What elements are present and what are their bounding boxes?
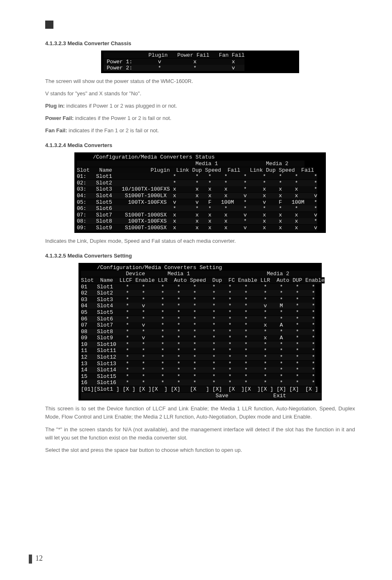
heading-4-1-3-2-4: 4.1.3.2.4 Media Converters: [45, 142, 355, 148]
setting-row: 11 Slot11 * * * * * * * * * * * *: [81, 348, 315, 354]
status-row: 08: Slot8 100TX-100FXS x x x x * x x x *: [77, 218, 317, 224]
label-powerfail: Power Fail:: [45, 115, 74, 121]
para-fanfail: Fan Fail: indicates if the Fan 1 or 2 is…: [45, 127, 355, 135]
status-title: /Configuration/Media Converters Status: [77, 154, 214, 160]
setting-hdr2: Slot Name LLCF Enable LLR Auto Speed Dup…: [81, 277, 325, 283]
para-setting-1: This screen is to set the Device functio…: [45, 405, 355, 421]
power-header: Plugin Power Fail Fan Fail: [104, 52, 244, 58]
status-hdr2: Slot Name Plugin Link Dup Speed Fail Lin…: [77, 167, 314, 173]
para-power-1: The screen will show out the power statu…: [45, 77, 355, 85]
power-row-1: Power 1: v x x: [104, 59, 244, 65]
label-fanfail: Fan Fail:: [45, 127, 67, 133]
status-row: 05: Slot5 100TX-100FXS v v F 100M * v F …: [77, 199, 317, 205]
power-row-2: Power 2: * * v: [104, 65, 244, 71]
setting-row: 14 Slot14 * * * * * * * * * * * *: [81, 367, 315, 373]
para-power-2: V stands for "yes" and X stands for "No"…: [45, 90, 355, 98]
setting-foot2: Save Exit: [81, 393, 321, 399]
page: 4.1.3.2.3 Media Converter Chassis Plugin…: [0, 0, 392, 580]
para-status: Indicates the Link, Duplex mode, Speed a…: [45, 237, 355, 245]
setting-row: 07 Slot7 * v * * * * * * x A * *: [81, 322, 315, 328]
page-number: 12: [29, 554, 43, 564]
setting-row: 09 Slot9 * v * * * * * * x A * *: [81, 335, 315, 341]
status-row: 03: Slot3 10/100TX-100FXS x x x x * x x …: [77, 186, 317, 192]
terminal-power-status: Plugin Power Fail Fan Fail Power 1: v x …: [101, 51, 299, 73]
page-number-bar-icon: [29, 555, 32, 564]
setting-row: 01 Slot1 * * * * * * * * * * * *: [81, 284, 315, 290]
setting-row: 04 Slot4 * v * * * * * * v M * *: [81, 303, 315, 309]
setting-row: 06 Slot6 * * * * * * * * * * * *: [81, 316, 315, 322]
setting-row: 08 Slot8 * * * * * * * * * * * *: [81, 329, 315, 335]
status-row: 06: Slot6 * * * * * * * * *: [77, 205, 317, 212]
setting-row: 15 Slot15 * * * * * * * * * * * *: [81, 373, 315, 380]
setting-row: 16 Slot16 * * * * * * * * * * * *: [81, 380, 315, 386]
status-row: 01: Slot1 * * * * * * * * *: [77, 173, 317, 180]
label-plugin: Plug in:: [45, 103, 65, 109]
setting-hdr1: Device Media 1 Media 2: [81, 271, 321, 277]
decorative-square: [45, 21, 53, 29]
setting-row: 12 Slot12 * * * * * * * * * * * *: [81, 354, 315, 360]
setting-row: 02 Slot2 * * * * * * * * * * * *: [81, 290, 315, 296]
para-powerfail: Power Fail: indicates if the Power 1 or …: [45, 114, 355, 122]
para-plugin: Plug in: indicates if Power 1 or 2 was p…: [45, 102, 355, 110]
para-setting-3: Select the slot and press the space bar …: [45, 446, 355, 454]
setting-foot1: [01][Slot1 ] [X ] [X ][X ] [X] [X ] [X] …: [81, 386, 318, 392]
terminal-converters-setting: /Configuration/Media Converters Setting …: [78, 263, 322, 400]
rest-powerfail: indicates if the Power 1 or 2 is fail or…: [74, 115, 171, 121]
status-row: 07: Slot7 S1000T-1000SX x x x x v x x x …: [77, 212, 317, 218]
setting-row: 13 Slot13 * * * * * * * * * * * *: [81, 361, 315, 367]
setting-row: 05 Slot5 * * * * * * * * * * * *: [81, 309, 315, 315]
setting-title: /Configuration/Media Converters Setting: [81, 265, 222, 271]
para-setting-2: The "*" in the screen stands for N/A (no…: [45, 426, 355, 442]
status-row: 04: Slot4 S1000T-1000LX x x x x v x x x …: [77, 193, 317, 199]
terminal-converters-status: /Configuration/Media Converters Status M…: [74, 152, 326, 232]
rest-plugin: indicates if Power 1 or 2 was plugged in…: [65, 103, 177, 109]
setting-row: 10 Slot10 * * * * * * * * * * * *: [81, 341, 315, 348]
status-row: 09: Slot9 S1000T-1000SX x x x x v x x x …: [77, 225, 317, 231]
status-hdr1: Media 1 Media 2: [77, 161, 304, 167]
heading-4-1-3-2-3: 4.1.3.2.3 Media Converter Chassis: [45, 40, 355, 46]
page-number-value: 12: [35, 554, 43, 562]
status-row: 02: Slot2 * * * * * * * * *: [77, 180, 317, 186]
heading-4-1-3-2-5: 4.1.3.2.5 Media Converters Setting: [45, 253, 355, 259]
rest-fanfail: indicates if the Fan 1 or 2 is fail or n…: [67, 127, 159, 133]
setting-row: 03 Slot3 * * * * * * * * * * * *: [81, 297, 315, 303]
